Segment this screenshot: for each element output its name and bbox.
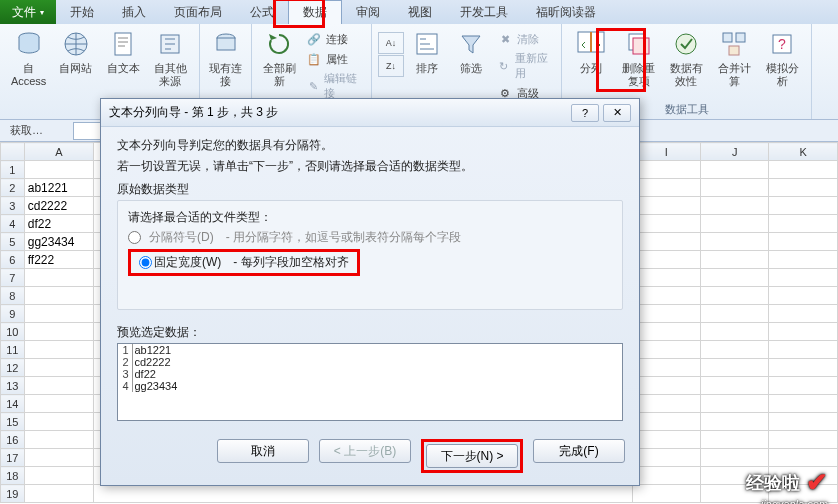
cell[interactable]: cd2222 <box>24 197 94 215</box>
remove-dup-icon <box>623 28 655 60</box>
btn-data-valid[interactable]: 数据有效性 <box>664 26 710 90</box>
funnel-icon <box>455 28 487 60</box>
reapply-icon: ↻ <box>497 58 510 74</box>
next-button[interactable]: 下一步(N) > <box>426 444 518 468</box>
ribbon-tabs: 文件 开始 插入 页面布局 公式 数据 审阅 视图 开发工具 福昕阅读器 <box>0 0 838 24</box>
btn-reapply[interactable]: ↻重新应用 <box>493 50 555 82</box>
btn-existing-conn[interactable]: 现有连接 <box>206 26 245 90</box>
btn-sort[interactable]: 排序 <box>406 26 448 77</box>
whatif-icon: ? <box>766 28 798 60</box>
row-header[interactable]: 6 <box>1 251 25 269</box>
preview-row: ab1221 <box>132 344 622 356</box>
svg-rect-10 <box>633 38 649 54</box>
row-header[interactable]: 13 <box>1 377 25 395</box>
btn-consolidate[interactable]: 合并计算 <box>711 26 757 90</box>
btn-whatif[interactable]: ?模拟分析 <box>759 26 805 90</box>
cell[interactable]: df22 <box>24 215 94 233</box>
svg-text:?: ? <box>778 36 786 52</box>
svg-rect-13 <box>736 33 745 42</box>
cell[interactable]: gg23434 <box>24 233 94 251</box>
col-header-J[interactable]: J <box>701 143 769 161</box>
preview-row: cd2222 <box>132 356 622 368</box>
col-header-K[interactable]: K <box>769 143 838 161</box>
tab-file[interactable]: 文件 <box>0 0 56 24</box>
row-header[interactable]: 10 <box>1 323 25 341</box>
tab-formula[interactable]: 公式 <box>236 0 288 24</box>
tab-view[interactable]: 视图 <box>394 0 446 24</box>
row-header[interactable]: 14 <box>1 395 25 413</box>
cell[interactable]: ff222 <box>24 251 94 269</box>
row-header[interactable]: 17 <box>1 449 25 467</box>
btn-text-to-columns[interactable]: 分列 <box>568 26 614 77</box>
get-external-label: 获取… <box>0 123 53 138</box>
cell[interactable] <box>24 161 94 179</box>
svg-rect-12 <box>723 33 732 42</box>
row-header[interactable]: 1 <box>1 161 25 179</box>
highlight-fixed-width: 固定宽度(W) - 每列字段加空格对齐 <box>128 249 360 276</box>
preview-box[interactable]: 1ab1221 2cd2222 3df22 4gg23434 <box>117 343 623 421</box>
tab-dev[interactable]: 开发工具 <box>446 0 522 24</box>
tab-foxit[interactable]: 福昕阅读器 <box>522 0 610 24</box>
preview-label: 预览选定数据： <box>117 324 623 341</box>
watermark-text: 经验啦 <box>746 471 800 495</box>
link-icon: 🔗 <box>306 31 322 47</box>
row-header[interactable]: 5 <box>1 233 25 251</box>
tab-start[interactable]: 开始 <box>56 0 108 24</box>
btn-connections[interactable]: 🔗连接 <box>302 30 365 48</box>
refresh-icon <box>263 28 295 60</box>
radio-fixed-width[interactable] <box>139 256 152 269</box>
col-header-I[interactable]: I <box>632 143 700 161</box>
row-header[interactable]: 4 <box>1 215 25 233</box>
tab-data[interactable]: 数据 <box>288 0 342 24</box>
svg-rect-14 <box>729 46 739 55</box>
back-button[interactable]: < 上一步(B) <box>319 439 411 463</box>
tab-layout[interactable]: 页面布局 <box>160 0 236 24</box>
dialog-help-button[interactable]: ? <box>571 104 599 122</box>
row-header[interactable]: 16 <box>1 431 25 449</box>
row-header[interactable]: 19 <box>1 485 25 503</box>
validation-icon <box>670 28 702 60</box>
highlight-next: 下一步(N) > <box>421 439 523 473</box>
preview-row: df22 <box>132 368 622 380</box>
btn-filter[interactable]: 筛选 <box>450 26 492 77</box>
row-header[interactable]: 8 <box>1 287 25 305</box>
close-icon: ✕ <box>613 106 622 119</box>
btn-from-other[interactable]: 自其他来源 <box>148 26 193 90</box>
row-header[interactable]: 12 <box>1 359 25 377</box>
properties-icon: 📋 <box>306 51 322 67</box>
btn-refresh-all[interactable]: 全部刷新 <box>258 26 300 90</box>
svg-rect-2 <box>115 33 131 55</box>
radio-delimited[interactable] <box>128 231 141 244</box>
cancel-button[interactable]: 取消 <box>217 439 309 463</box>
preview-row: gg23434 <box>132 380 622 392</box>
btn-properties[interactable]: 📋属性 <box>302 50 365 68</box>
row-header[interactable]: 18 <box>1 467 25 485</box>
dialog-intro-1: 文本分列向导判定您的数据具有分隔符。 <box>117 137 623 154</box>
btn-remove-dup[interactable]: 删除重复项 <box>616 26 662 90</box>
finish-button[interactable]: 完成(F) <box>533 439 625 463</box>
radio-delimited-label: 分隔符号(D) - 用分隔字符，如逗号或制表符分隔每个字段 <box>149 229 461 246</box>
cell[interactable]: ab1221 <box>24 179 94 197</box>
btn-from-text[interactable]: 自文本 <box>101 26 146 77</box>
row-header[interactable]: 9 <box>1 305 25 323</box>
watermark: 经验啦 ✔ jingyanla.com <box>746 467 828 498</box>
row-header[interactable]: 3 <box>1 197 25 215</box>
radio-delimited-row[interactable]: 分隔符号(D) - 用分隔字符，如逗号或制表符分隔每个字段 <box>128 229 612 246</box>
btn-clear[interactable]: ✖清除 <box>493 30 555 48</box>
row-header[interactable]: 15 <box>1 413 25 431</box>
dialog-titlebar[interactable]: 文本分列向导 - 第 1 步，共 3 步 ? ✕ <box>101 99 639 127</box>
tab-insert[interactable]: 插入 <box>108 0 160 24</box>
watermark-sub: jingyanla.com <box>761 498 828 504</box>
row-header[interactable]: 11 <box>1 341 25 359</box>
row-header[interactable]: 2 <box>1 179 25 197</box>
connection-icon <box>210 28 242 60</box>
dialog-close-button[interactable]: ✕ <box>603 104 631 122</box>
select-all-corner[interactable] <box>1 143 25 161</box>
row-header[interactable]: 7 <box>1 269 25 287</box>
btn-sort-az[interactable]: A↓ <box>378 32 404 54</box>
btn-from-web[interactable]: 自网站 <box>53 26 98 77</box>
col-header-A[interactable]: A <box>24 143 94 161</box>
tab-review[interactable]: 审阅 <box>342 0 394 24</box>
btn-from-access[interactable]: 自 Access <box>6 26 51 90</box>
btn-sort-za[interactable]: Z↓ <box>378 55 404 77</box>
